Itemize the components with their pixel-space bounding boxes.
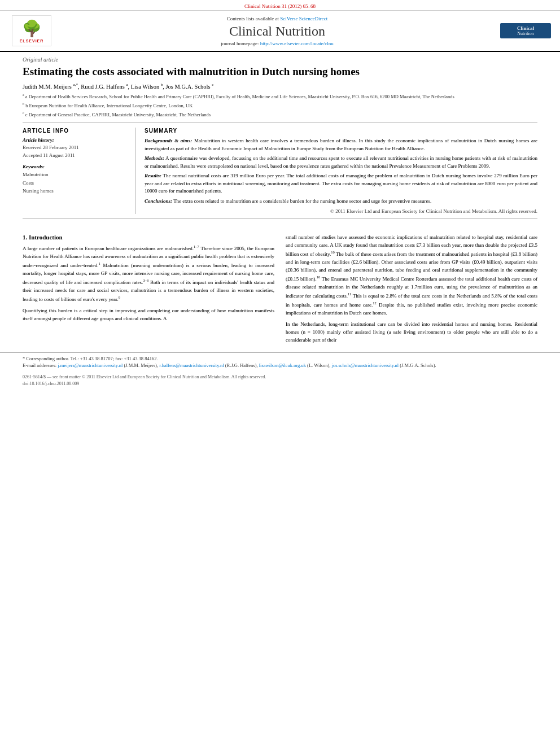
summary-panel: SUMMARY Backgrounds & aims: Malnutrition… bbox=[135, 128, 537, 214]
intro-paragraph-1: A large number of patients in European h… bbox=[23, 244, 274, 304]
introduction-title: 1. Introduction bbox=[23, 234, 274, 241]
affiliation-b: b b European Nutrition for Health Allian… bbox=[23, 102, 537, 110]
email-2-link[interactable]: r.halfens@maastrichtuniversity.nl bbox=[159, 362, 224, 368]
affiliation-a: a a Department of Health Services Resear… bbox=[23, 93, 537, 101]
article-metadata: Original article Estimating the costs as… bbox=[0, 52, 560, 228]
keyword-2: Costs bbox=[23, 179, 126, 187]
copyright-text: © 2011 Elsevier Ltd and European Society… bbox=[145, 208, 537, 214]
journal-header: 🌳 ELSEVIER Contents lists available at S… bbox=[0, 11, 560, 52]
sciverse-link[interactable]: SciVerse ScienceDirect bbox=[280, 16, 327, 21]
journal-badge: Clinical Nutrition bbox=[500, 23, 551, 38]
footer-notes: * Corresponding author. Tel.: +31 43 38 … bbox=[0, 352, 560, 372]
intro-paragraph-2: Quantifying this burden is a critical st… bbox=[23, 307, 274, 323]
summary-results: Results: The normal nutritional costs ar… bbox=[145, 172, 537, 195]
journal-title-area: Contents lists available at SciVerse Sci… bbox=[54, 16, 500, 46]
history-label: Article history: bbox=[23, 137, 126, 143]
citation-bar: Clinical Nutrition 31 (2012) 65–68 bbox=[0, 0, 560, 11]
footer-bottom: 0261-5614/$ — see front matter © 2011 El… bbox=[0, 372, 560, 391]
elsevier-logo: 🌳 ELSEVIER bbox=[9, 15, 54, 46]
article-title: Estimating the costs associated with mal… bbox=[23, 65, 537, 79]
body-columns: 1. Introduction A large number of patien… bbox=[23, 234, 537, 347]
keyword-3: Nursing homes bbox=[23, 187, 126, 195]
summary-content: Backgrounds & aims: Malnutrition in west… bbox=[145, 137, 537, 205]
sciverse-text: Contents lists available at SciVerse Sci… bbox=[54, 16, 500, 21]
badge-subtitle: Nutrition bbox=[502, 31, 549, 36]
body-left-col: 1. Introduction A large number of patien… bbox=[23, 234, 274, 347]
homepage-link[interactable]: http://www.elsevier.com/locate/clnu bbox=[260, 41, 334, 46]
elsevier-name: ELSEVIER bbox=[20, 39, 44, 43]
divider-1 bbox=[23, 123, 537, 123]
authors: Judith M.M. Meijers a,*, Ruud J.G. Halfe… bbox=[23, 82, 537, 90]
email-4-link[interactable]: jos.schols@maastrichtuniversity.nl bbox=[332, 362, 399, 368]
tree-icon: 🌳 bbox=[22, 19, 42, 38]
affiliation-c: c c Department of General Practice, CAPH… bbox=[23, 111, 537, 119]
keywords-label: Keywords: bbox=[23, 164, 126, 169]
summary-conclusions: Conclusions: The extra costs related to … bbox=[145, 198, 537, 206]
badge-title: Clinical bbox=[502, 25, 549, 31]
accepted-date: Accepted 11 August 2011 bbox=[23, 152, 126, 160]
right-paragraph-2: In the Netherlands, long-term institutio… bbox=[286, 321, 537, 344]
journal-citation: Clinical Nutrition 31 (2012) 65–68 bbox=[244, 3, 316, 9]
issn-text: 0261-5614/$ — see front matter © 2011 El… bbox=[23, 374, 537, 381]
right-paragraph-1: small number of studies have assessed th… bbox=[286, 234, 537, 317]
homepage-text: journal homepage: http://www.elsevier.co… bbox=[54, 41, 500, 46]
received-date: Received 28 February 2011 bbox=[23, 144, 126, 152]
divider-2 bbox=[23, 219, 537, 219]
doi-text: doi:10.1016/j.clnu.2011.08.009 bbox=[23, 381, 537, 387]
article-type: Original article bbox=[23, 56, 537, 63]
body-right-col: small number of studies have assessed th… bbox=[286, 234, 537, 347]
summary-title: SUMMARY bbox=[145, 128, 537, 134]
email-note: E-mail addresses: j.meijers@maastrichtun… bbox=[23, 362, 537, 369]
email-1-link[interactable]: j.meijers@maastrichtuniversity.nl bbox=[58, 362, 123, 368]
email-3-link[interactable]: lisawilson@ilcuk.org.uk bbox=[259, 362, 306, 368]
article-info-panel: ARTICLE INFO Article history: Received 2… bbox=[23, 128, 135, 214]
keyword-1: Malnutrition bbox=[23, 171, 126, 178]
summary-methods: Methods: A questionnaire was developed, … bbox=[145, 155, 537, 170]
article-info-title: ARTICLE INFO bbox=[23, 128, 126, 134]
summary-background: Backgrounds & aims: Malnutrition in west… bbox=[145, 137, 537, 152]
journal-title: Clinical Nutrition bbox=[54, 24, 500, 39]
article-info-summary: ARTICLE INFO Article history: Received 2… bbox=[23, 128, 537, 214]
body-content: 1. Introduction A large number of patien… bbox=[0, 228, 560, 347]
corresponding-note: * Corresponding author. Tel.: +31 43 38 … bbox=[23, 355, 537, 362]
